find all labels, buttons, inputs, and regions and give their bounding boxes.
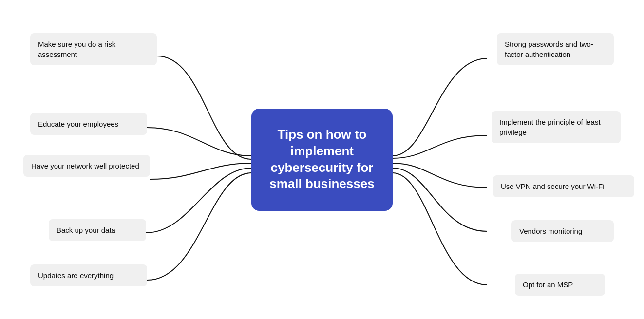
node-privilege: Implement the principle of least privile… — [492, 111, 621, 143]
node-educate: Educate your employees — [30, 113, 147, 135]
node-passwords: Strong passwords and two-factor authenti… — [497, 33, 614, 65]
node-risk: Make sure you do a risk assessment — [30, 33, 157, 65]
center-node: Tips on how to implement cybersecurity f… — [251, 109, 393, 211]
node-network: Have your network well protected — [23, 155, 150, 177]
node-vpn: Use VPN and secure your Wi-Fi — [493, 175, 634, 197]
mind-map-container: Tips on how to implement cybersecurity f… — [0, 0, 644, 319]
node-backup: Back up your data — [49, 219, 146, 241]
node-vendors: Vendors monitoring — [511, 220, 614, 242]
node-msp: Opt for an MSP — [515, 274, 605, 296]
node-updates: Updates are everything — [30, 264, 147, 286]
center-node-text: Tips on how to implement cybersecurity f… — [261, 127, 383, 192]
